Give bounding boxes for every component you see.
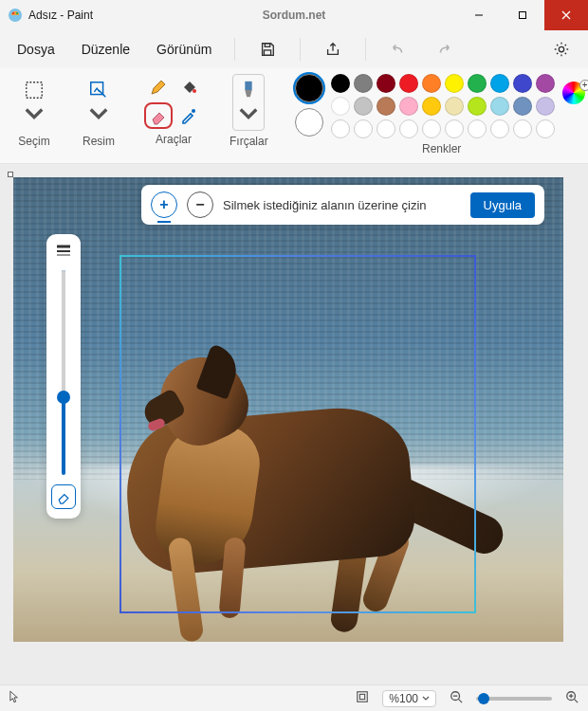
eraser-tool[interactable] — [144, 102, 173, 129]
fit-to-window-button[interactable] — [356, 690, 369, 706]
palette-swatch-empty[interactable] — [513, 119, 532, 138]
palette-swatch[interactable] — [399, 74, 418, 93]
palette-swatch[interactable] — [377, 97, 395, 116]
palette-swatch[interactable] — [331, 97, 350, 116]
palette-swatch-empty[interactable] — [422, 119, 441, 138]
palette-swatch-empty[interactable] — [377, 119, 395, 138]
svg-line-24 — [575, 700, 579, 703]
ribbon-group-brushes: Fırçalar — [224, 74, 274, 155]
palette-swatch-empty[interactable] — [445, 119, 464, 138]
palette-swatch[interactable] — [399, 97, 418, 116]
share-button[interactable] — [318, 34, 348, 64]
svg-rect-14 — [246, 82, 252, 90]
palette-swatch[interactable] — [468, 74, 487, 93]
ribbon-group-colors: + Renkler — [289, 74, 588, 155]
zoom-in-button[interactable] — [565, 690, 579, 706]
svg-point-13 — [192, 109, 195, 113]
ribbon-label-select: Seçim — [18, 135, 49, 148]
select-tool-button[interactable] — [15, 74, 53, 131]
palette-swatch[interactable] — [536, 97, 555, 116]
separator — [300, 38, 301, 61]
zoom-slider[interactable] — [476, 697, 552, 701]
menu-view[interactable]: Görünüm — [151, 38, 217, 61]
brush-thick-icon — [55, 244, 72, 261]
chevron-down-icon — [238, 104, 259, 125]
remove-area-button[interactable]: − — [187, 191, 213, 218]
canvas-area: + − Silmek istediğiniz alanın üzerine çi… — [0, 164, 588, 684]
brush-size-slider[interactable] — [62, 270, 65, 475]
palette-swatch-empty[interactable] — [399, 119, 418, 138]
redo-button[interactable] — [429, 34, 459, 64]
svg-rect-10 — [27, 82, 43, 99]
fill-tool[interactable] — [175, 74, 203, 100]
color-picker-tool[interactable] — [175, 102, 203, 129]
palette-swatch[interactable] — [422, 97, 441, 116]
palette-swatch[interactable] — [513, 97, 532, 116]
cursor-tool-icon — [9, 690, 19, 706]
palette-swatch[interactable] — [354, 74, 373, 93]
palette-swatch[interactable] — [490, 97, 509, 116]
palette-swatch[interactable] — [490, 74, 509, 93]
apply-button[interactable]: Uygula — [470, 192, 535, 218]
palette-swatch-empty[interactable] — [468, 119, 487, 138]
title-bar: Adsız - Paint Sordum.net — [0, 0, 588, 30]
palette-swatch[interactable] — [354, 97, 373, 116]
close-button[interactable] — [544, 0, 588, 30]
menu-edit[interactable]: Düzenle — [76, 38, 136, 61]
palette-row-1 — [331, 74, 555, 93]
minimize-button[interactable] — [457, 0, 501, 30]
menu-file[interactable]: Dosya — [11, 38, 61, 61]
svg-line-21 — [459, 700, 463, 703]
palette-swatch[interactable] — [445, 97, 464, 116]
save-button[interactable] — [252, 34, 283, 64]
palette-swatch[interactable] — [377, 74, 395, 93]
svg-rect-8 — [265, 50, 271, 55]
slider-thumb[interactable] — [57, 391, 70, 404]
palette-swatch[interactable] — [445, 74, 464, 93]
ribbon-label-tools: Araçlar — [156, 133, 192, 146]
palette-swatch-empty[interactable] — [536, 119, 555, 138]
ribbon-group-tools: Araçlar — [138, 74, 209, 155]
brush-tool-button[interactable] — [232, 74, 265, 131]
palette-swatch-empty[interactable] — [490, 119, 509, 138]
separator — [365, 38, 366, 61]
chevron-down-icon — [88, 104, 109, 125]
svg-rect-4 — [520, 12, 526, 19]
canvas[interactable]: + − Silmek istediğiniz alanın üzerine çi… — [13, 177, 563, 642]
ribbon-label-colors: Renkler — [422, 142, 461, 155]
svg-point-2 — [16, 12, 18, 14]
color-2[interactable] — [295, 108, 323, 137]
svg-point-1 — [12, 12, 14, 14]
palette-row-custom — [331, 119, 555, 138]
zoom-level-dropdown[interactable]: %100 — [382, 690, 436, 707]
eraser-mode-icon[interactable] — [51, 484, 76, 509]
palette-swatch-empty[interactable] — [354, 119, 373, 138]
ribbon-group-image: Resim — [74, 74, 123, 155]
watermark-text: Sordum.net — [263, 9, 326, 22]
undo-button[interactable] — [383, 34, 413, 64]
settings-button[interactable] — [546, 34, 577, 64]
pencil-tool[interactable] — [144, 74, 173, 100]
edit-colors-button[interactable]: + — [562, 82, 588, 108]
palette-swatch[interactable] — [513, 74, 532, 93]
palette-swatch[interactable] — [536, 74, 555, 93]
palette-swatch[interactable] — [422, 74, 441, 93]
color-1[interactable] — [295, 74, 323, 102]
image-tool-button[interactable] — [80, 74, 118, 131]
add-area-button[interactable]: + — [151, 191, 177, 218]
palette-swatch-empty[interactable] — [331, 119, 350, 138]
slider-thumb[interactable] — [478, 693, 489, 704]
palette-swatch[interactable] — [468, 97, 487, 116]
ribbon: Seçim Resim Araçlar Fırçalar — [0, 68, 588, 164]
svg-rect-19 — [360, 694, 365, 699]
zoom-out-button[interactable] — [450, 690, 463, 706]
svg-point-9 — [559, 46, 563, 51]
window-title: Adsız - Paint — [28, 9, 93, 22]
status-bar: %100 — [0, 684, 588, 711]
chevron-down-icon — [422, 695, 430, 702]
maximize-button[interactable] — [501, 0, 544, 30]
generative-erase-bar: + − Silmek istediğiniz alanın üzerine çi… — [141, 185, 544, 225]
svg-point-12 — [193, 89, 196, 93]
svg-rect-7 — [266, 44, 270, 47]
palette-swatch[interactable] — [331, 74, 350, 93]
